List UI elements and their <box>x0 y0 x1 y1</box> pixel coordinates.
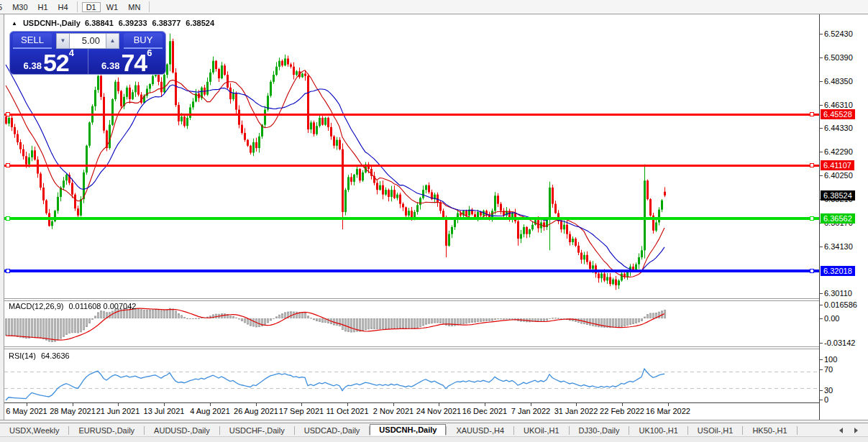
sell-price-big: 52 <box>43 52 69 73</box>
price-tick-mark <box>820 81 823 82</box>
sell-button[interactable]: SELL <box>13 33 52 49</box>
timeframe-toolbar: 5M30H1H4D1W1MN <box>0 0 868 14</box>
chart-tab-usdcnh-daily[interactable]: USDCNH-,Daily <box>370 424 446 436</box>
date-tick-mark <box>393 403 394 406</box>
volume-decrease-button[interactable]: ▼ <box>56 33 70 49</box>
date-label: 16 Mar 2022 <box>646 407 690 415</box>
rsi-axis-label: 30 <box>824 386 866 395</box>
chart-tab-uk100-h1[interactable]: UK100-,H1 <box>629 425 687 436</box>
timeframe-button-w1[interactable]: W1 <box>102 2 123 12</box>
date-label: 22 Feb 2022 <box>600 407 644 415</box>
macd-tick-mark <box>820 305 823 305</box>
date-tick-mark <box>27 403 27 406</box>
price-tick-label: 6.44330 <box>824 124 866 132</box>
chart-tab-hk50-h1[interactable]: HK50-,H1 <box>743 425 796 436</box>
chart-tab-usdcad-daily[interactable]: USDCAD-,Daily <box>295 425 370 436</box>
macd-tick-mark <box>820 343 823 344</box>
time-axis-border <box>4 402 819 403</box>
tab-scroll-right-icon[interactable] <box>854 428 858 433</box>
date-tick-mark <box>347 403 348 406</box>
date-label: 24 Nov 2021 <box>416 407 461 415</box>
timeframe-button-h4[interactable]: H4 <box>54 2 73 12</box>
price-badge-6.32018: 6.32018 <box>821 266 855 276</box>
macd-axis-label: 0.016586 <box>824 300 866 309</box>
chart-tab-usdx-weekly[interactable]: USDX,Weekly <box>0 425 68 436</box>
price-tick-mark <box>820 57 823 58</box>
tab-separator <box>797 426 798 435</box>
rsi-splitter-bottom[interactable] <box>4 349 819 349</box>
rsi-axis-label: 100 <box>824 355 866 364</box>
toolbar-separator <box>77 1 78 12</box>
sell-price-small: 6.38 <box>24 60 42 71</box>
date-label: 4 Aug 2021 <box>190 407 230 415</box>
date-tick-mark <box>118 403 119 406</box>
date-tick-mark <box>73 403 73 406</box>
ohlc-open: 6.38841 <box>85 19 114 27</box>
price-tick-mark <box>820 128 823 129</box>
timeframe-button-5[interactable]: 5 <box>0 2 6 12</box>
price-tick-mark <box>820 175 823 176</box>
date-tick-mark <box>531 403 531 406</box>
price-badge-6.36562: 6.36562 <box>821 213 855 224</box>
macd-axis-label: -0.03142 <box>824 339 866 347</box>
date-tick-mark <box>164 403 165 406</box>
price-badge-6.41107: 6.41107 <box>821 160 854 170</box>
rsi-axis-label: 70 <box>824 365 866 374</box>
toolbar-separator <box>149 1 150 12</box>
chart-tab-usdchf-daily[interactable]: USDCHF-,Daily <box>220 425 294 436</box>
price-badge-6.38524: 6.38524 <box>821 190 855 201</box>
chart-tab-usoil-h1[interactable]: USOil-,H1 <box>688 425 743 436</box>
chart-tab-dj30-daily[interactable]: DJ30-,Daily <box>570 425 629 436</box>
volume-increase-button[interactable]: ▲ <box>106 33 119 49</box>
date-tick-mark <box>439 403 439 406</box>
timeframe-button-m30[interactable]: M30 <box>8 2 32 12</box>
price-tick-label: 6.34130 <box>824 242 866 251</box>
price-tick-mark <box>820 34 823 34</box>
tab-scroll-arrows <box>839 428 868 433</box>
date-label: 11 Oct 2021 <box>326 407 368 415</box>
price-tick-label: 6.52430 <box>824 29 866 38</box>
rsi-tick-mark <box>820 359 823 360</box>
buy-price-sup: 6 <box>147 47 152 58</box>
chart-title-row: ▲ USDCNH-,Daily 6.38841 6.39233 6.38377 … <box>12 19 214 27</box>
rsi-panel-canvas[interactable] <box>4 350 819 402</box>
macd-tick-mark <box>820 318 823 319</box>
date-label: 7 Jan 2022 <box>511 407 550 415</box>
buy-price-display[interactable]: 6.38 74 6 <box>88 49 166 74</box>
rsi-label: RSI(14) <box>9 351 36 360</box>
chart-tab-eurusd-daily[interactable]: EURUSD-,Daily <box>69 425 144 436</box>
ohlc-low: 6.38377 <box>152 19 181 27</box>
macd-axis-label: 0.00 <box>824 314 866 323</box>
sell-price-display[interactable]: 6.38 52 4 <box>10 49 88 74</box>
price-tick-mark <box>820 105 823 106</box>
price-tick-label: 6.40250 <box>824 171 866 180</box>
collapse-icon[interactable]: ▲ <box>12 20 17 27</box>
timeframe-button-d1[interactable]: D1 <box>82 2 101 12</box>
timeframe-button-mn[interactable]: MN <box>124 2 145 12</box>
date-tick-mark <box>210 403 211 406</box>
date-tick-mark <box>256 403 257 406</box>
chart-tab-bar: USDX,WeeklyEURUSD-,DailyAUDUSD-,DailyUSD… <box>0 423 868 437</box>
price-tick-label: 6.30110 <box>824 289 866 298</box>
chart-tabs: USDX,WeeklyEURUSD-,DailyAUDUSD-,DailyUSD… <box>0 425 798 436</box>
rsi-splitter-top[interactable] <box>4 346 819 347</box>
price-tick-label: 6.46310 <box>824 101 866 109</box>
macd-splitter-top[interactable] <box>4 298 819 299</box>
price-tick-label: 6.42290 <box>824 147 866 156</box>
ohlc-close: 6.38524 <box>186 19 214 27</box>
ohlc-high: 6.39233 <box>119 19 147 27</box>
price-tick-label: 6.48350 <box>824 77 866 86</box>
buy-price-big: 74 <box>121 52 147 73</box>
rsi-tick-mark <box>820 390 823 391</box>
chart-tab-ukoil-h1[interactable]: UKOil-,H1 <box>514 425 569 436</box>
price-tick-mark <box>820 293 823 294</box>
volume-field[interactable]: 5.00 <box>70 33 106 49</box>
tab-scroll-left-icon[interactable] <box>839 428 843 433</box>
chart-tab-xauusd-h4[interactable]: XAUUSD-,H4 <box>447 425 513 436</box>
volume-stepper: ▼ 5.00 ▲ <box>56 33 119 49</box>
rsi-tick-mark <box>820 400 823 400</box>
buy-button[interactable]: BUY <box>124 33 163 49</box>
chart-tab-audusd-daily[interactable]: AUDUSD-,Daily <box>145 425 219 436</box>
rsi-tick-mark <box>820 369 823 370</box>
timeframe-button-h1[interactable]: H1 <box>34 2 52 12</box>
